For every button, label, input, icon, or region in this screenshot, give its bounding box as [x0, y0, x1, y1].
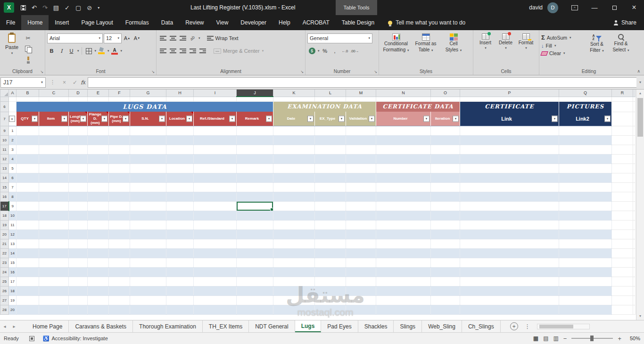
cell-M24[interactable]: [346, 267, 376, 277]
sheet-tab-ndt-general[interactable]: NDT General: [249, 320, 295, 332]
format-as-table-button[interactable]: Format as Table ▾: [411, 33, 440, 54]
cell[interactable]: [612, 173, 633, 182]
cell-P28[interactable]: [460, 305, 559, 314]
cell-A19[interactable]: 11: [9, 220, 17, 229]
cell-L11[interactable]: [315, 145, 346, 154]
cell[interactable]: [633, 295, 636, 305]
cell-B19[interactable]: [17, 220, 39, 229]
save-button[interactable]: [18, 0, 29, 15]
sheet-tab-lugs[interactable]: Lugs: [295, 320, 322, 332]
cell-F20[interactable]: [109, 229, 130, 239]
cell-H14[interactable]: [166, 173, 194, 182]
paste-button[interactable]: Paste ▾: [2, 30, 22, 65]
cell[interactable]: [130, 97, 166, 101]
filter-dropdown-icon[interactable]: ▾: [186, 115, 192, 122]
cell[interactable]: [559, 97, 612, 101]
cell-K26[interactable]: [273, 286, 315, 295]
cell-L25[interactable]: [315, 277, 346, 286]
cell-G12[interactable]: [130, 154, 166, 164]
cell-N10[interactable]: [376, 135, 431, 145]
cell-I21[interactable]: [194, 239, 237, 248]
cell-H15[interactable]: [166, 182, 194, 192]
filter-dropdown-icon[interactable]: ▾: [604, 115, 611, 122]
decrease-indent-button[interactable]: [188, 46, 197, 56]
cell-D25[interactable]: [69, 277, 88, 286]
cell-B28[interactable]: [17, 305, 39, 314]
cell-G20[interactable]: [130, 229, 166, 239]
cell-N14[interactable]: [376, 173, 431, 182]
cell-E9[interactable]: [88, 126, 109, 135]
row-header-26[interactable]: 26: [0, 286, 9, 295]
tab-developer[interactable]: Developer: [234, 15, 272, 30]
cell-K16[interactable]: [273, 192, 315, 201]
cell[interactable]: [315, 97, 346, 101]
row-header-16[interactable]: 16: [0, 192, 9, 201]
cell-H24[interactable]: [166, 267, 194, 277]
cell-I12[interactable]: [194, 154, 237, 164]
cell-P13[interactable]: [460, 164, 559, 173]
cell-O20[interactable]: [431, 229, 460, 239]
cell-J19[interactable]: [237, 220, 273, 229]
cell-E21[interactable]: [88, 239, 109, 248]
cell-K13[interactable]: [273, 164, 315, 173]
cell-F17[interactable]: [109, 201, 130, 211]
font-size-combo[interactable]: 12▾: [104, 33, 122, 43]
cell-H12[interactable]: [166, 154, 194, 164]
column-header-A[interactable]: A: [9, 90, 17, 97]
cell-O22[interactable]: [431, 248, 460, 258]
cell-A16[interactable]: 8: [9, 192, 17, 201]
cell-A11[interactable]: 3: [9, 145, 17, 154]
cell-N16[interactable]: [376, 192, 431, 201]
cell-L16[interactable]: [315, 192, 346, 201]
row-header-12[interactable]: 12: [0, 154, 9, 164]
cell[interactable]: [633, 305, 636, 314]
cell-N26[interactable]: [376, 286, 431, 295]
cell-H11[interactable]: [166, 145, 194, 154]
scroll-down-icon[interactable]: ▾: [636, 312, 644, 320]
cell[interactable]: [633, 286, 636, 295]
cell-D11[interactable]: [69, 145, 88, 154]
qat-stop-icon[interactable]: ⊘: [84, 0, 95, 15]
cell-H28[interactable]: [166, 305, 194, 314]
cell-D20[interactable]: [69, 229, 88, 239]
undo-button[interactable]: ↶: [29, 0, 40, 15]
collapse-ribbon-icon[interactable]: ∧: [637, 69, 640, 74]
cell[interactable]: [612, 112, 633, 126]
cell-B11[interactable]: [17, 145, 39, 154]
formula-bar-expand-icon[interactable]: ▾: [636, 80, 644, 84]
cell-N19[interactable]: [376, 220, 431, 229]
cell-D27[interactable]: [69, 295, 88, 305]
sheet-tab-home-page[interactable]: Home Page: [26, 320, 69, 332]
cell-C13[interactable]: [39, 164, 69, 173]
zoom-in-button[interactable]: +: [618, 335, 621, 342]
cell-N12[interactable]: [376, 154, 431, 164]
cell-N22[interactable]: [376, 248, 431, 258]
column-filter-ex-type[interactable]: EX_Type▾: [315, 112, 346, 126]
cell-L9[interactable]: [315, 126, 346, 135]
name-box-dropdown-icon[interactable]: ▾: [41, 80, 43, 84]
user-name[interactable]: david: [529, 4, 543, 11]
column-filter-A[interactable]: ▾: [9, 112, 17, 126]
row-header-27[interactable]: 27: [0, 295, 9, 305]
delete-cells-button[interactable]: Delete ▾: [495, 33, 516, 51]
cell[interactable]: [346, 97, 376, 101]
cell-C16[interactable]: [39, 192, 69, 201]
cell[interactable]: [612, 164, 633, 173]
sheet-nav-right-icon[interactable]: ▸: [9, 320, 19, 332]
cell-J21[interactable]: [237, 239, 273, 248]
cell-D26[interactable]: [69, 286, 88, 295]
cell-B9[interactable]: [17, 126, 39, 135]
cell-K22[interactable]: [273, 248, 315, 258]
cell[interactable]: [612, 201, 633, 211]
cell-J16[interactable]: [237, 192, 273, 201]
column-header-H[interactable]: H: [166, 90, 194, 97]
cell-H20[interactable]: [166, 229, 194, 239]
row-header-17[interactable]: 17: [0, 201, 9, 211]
cell[interactable]: [612, 182, 633, 192]
table-banner-certificate[interactable]: CERTIFICATE: [460, 101, 559, 112]
bold-button[interactable]: B: [47, 46, 56, 56]
cell-A24[interactable]: 16: [9, 267, 17, 277]
cell-J26[interactable]: [237, 286, 273, 295]
cell-J28[interactable]: [237, 305, 273, 314]
cell[interactable]: [633, 112, 636, 126]
